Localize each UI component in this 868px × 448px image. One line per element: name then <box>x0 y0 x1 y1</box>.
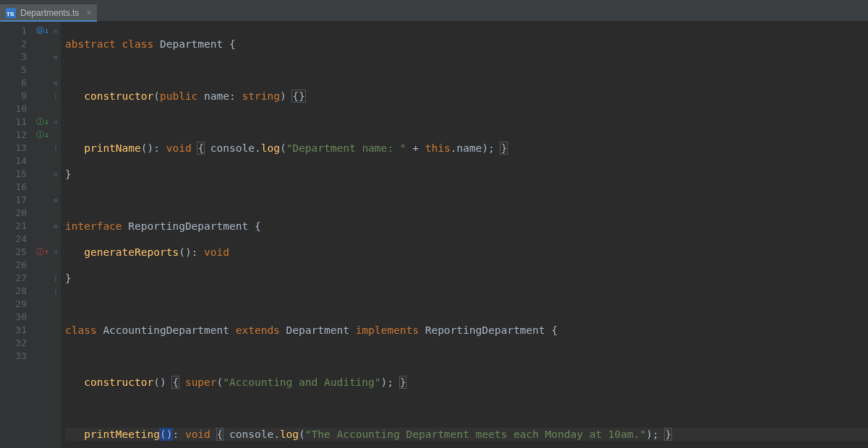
semi: ; <box>387 376 393 388</box>
kw-extends: extends <box>236 324 280 336</box>
lnum: 31 <box>0 324 34 337</box>
fold-open-icon[interactable]: ⊟ <box>51 246 61 259</box>
brace: } <box>665 428 671 440</box>
lnum: 3 <box>0 51 34 64</box>
id-console: console <box>229 428 273 440</box>
lnum: 21 <box>0 220 34 233</box>
typescript-icon: TS <box>6 8 16 18</box>
brace: } <box>65 272 72 284</box>
type-void: void <box>185 428 210 440</box>
fold-close-icon[interactable]: ⌋ <box>51 285 61 298</box>
lnum: 9 <box>0 90 34 103</box>
type-string: string <box>242 90 279 102</box>
fold-open-icon[interactable]: ⊟ <box>51 116 61 129</box>
lnum: 33 <box>0 350 34 363</box>
paren: ( <box>299 428 305 440</box>
fn-log: log <box>261 142 280 154</box>
implements-up-icon[interactable]: ⓘ↑ <box>35 246 51 259</box>
lnum: 30 <box>0 311 34 324</box>
kw-implements: implements <box>356 324 419 336</box>
semi: ; <box>488 142 495 154</box>
fold-open-icon[interactable]: ⊟ <box>51 168 61 181</box>
lnum: 1 <box>0 25 34 38</box>
override-down-icon[interactable]: ⓞ↓ <box>35 25 51 38</box>
fold-collapsed-icon[interactable]: ⊞ <box>51 220 61 233</box>
base-class: Department <box>286 324 349 336</box>
fold-collapsed-icon[interactable]: ⊞ <box>51 51 61 64</box>
paren: () <box>153 376 166 388</box>
fold-close-icon[interactable]: ⌋ <box>51 142 61 155</box>
paren: ( <box>153 90 160 102</box>
type-void: void <box>204 246 229 258</box>
tab-strip: TS Departments.ts × <box>0 4 868 22</box>
fold-close-icon[interactable]: ⌋ <box>51 272 61 285</box>
gutter-marks: ⓞ↓ ⓘ↓ ⓘ↓ ⓘ↑ <box>35 22 51 448</box>
lnum: 20 <box>0 207 34 220</box>
paren: () <box>179 246 191 258</box>
class-name: AccountingDepartment <box>103 324 229 336</box>
paren: ) <box>482 142 488 154</box>
type-void: void <box>166 142 192 154</box>
lnum: 5 <box>0 64 34 77</box>
lnum: 27 <box>0 272 34 285</box>
paren: ( <box>280 142 286 154</box>
brace: { <box>217 428 224 440</box>
kw-interface: interface <box>65 220 122 232</box>
fold-close-icon[interactable]: ⌋ <box>51 90 61 103</box>
colon: : <box>153 142 160 154</box>
interface-name: ReportingDepartment <box>128 220 248 232</box>
class-name: Department <box>160 38 223 50</box>
tab-departments[interactable]: TS Departments.ts × <box>0 4 97 21</box>
lnum: 16 <box>0 181 34 194</box>
string-literal: "Accounting and Auditing" <box>223 376 380 388</box>
lnum: 24 <box>0 233 34 246</box>
dot: . <box>255 142 261 154</box>
kw-class: class <box>65 324 97 336</box>
lnum: 29 <box>0 298 34 311</box>
param: name <box>204 90 229 102</box>
interface-ref: ReportingDepartment <box>425 324 545 336</box>
brace: } <box>400 376 407 388</box>
brace: } <box>501 142 507 154</box>
lnum: 32 <box>0 337 34 350</box>
brace: { <box>197 142 204 154</box>
fold-collapsed-icon[interactable]: ⊞ <box>51 77 61 90</box>
lnum: 6 <box>0 77 34 90</box>
paren: () <box>141 142 153 154</box>
lnum: 12 <box>0 129 34 142</box>
implements-down-icon[interactable]: ⓘ↓ <box>35 129 51 142</box>
fn-printname: printName <box>84 142 141 154</box>
paren: ) <box>646 428 652 440</box>
fold-open-icon[interactable]: ⊟ <box>51 25 61 38</box>
string-literal: "The Accounting Department meets each Mo… <box>305 428 646 440</box>
fn-printmeeting: printMeeting <box>84 428 160 440</box>
fn-log: log <box>280 428 299 440</box>
line-number-gutter: 1 2 3 5 6 9 10 11 12 13 14 15 16 17 20 2… <box>0 22 35 448</box>
semi: ; <box>652 428 659 440</box>
op-plus: + <box>407 142 425 154</box>
fold-gutter: ⊟ ⊞ ⊞ ⌋ ⊟ ⌋ ⊟ ⊞ ⊞ ⊟ ⌋ ⌋ <box>51 22 61 448</box>
fold-collapsed-icon[interactable]: ⊞ <box>51 194 61 207</box>
lnum: 17 <box>0 194 34 207</box>
code-area[interactable]: abstract class Department { constructor(… <box>61 22 868 448</box>
kw-class: class <box>122 38 154 50</box>
string-literal: "Department name: " <box>286 142 407 154</box>
implements-down-icon[interactable]: ⓘ↓ <box>35 116 51 129</box>
kw-public: public <box>160 90 197 102</box>
id-console: console <box>210 142 255 154</box>
lnum: 2 <box>0 38 34 51</box>
lnum: 25 <box>0 246 34 259</box>
fn-generatereports: generateReports <box>84 246 179 258</box>
paren-selected: () <box>160 428 172 440</box>
fn-constructor: constructor <box>84 376 153 388</box>
lnum: 11 <box>0 116 34 129</box>
lnum: 13 <box>0 142 34 155</box>
lnum: 10 <box>0 103 34 116</box>
kw-abstract: abstract <box>65 38 116 50</box>
brace: { <box>255 220 261 232</box>
brace: { <box>551 324 558 336</box>
tab-filename: Departments.ts <box>20 8 79 18</box>
close-icon[interactable]: × <box>83 8 91 18</box>
paren: ) <box>280 90 286 102</box>
lnum: 26 <box>0 259 34 272</box>
